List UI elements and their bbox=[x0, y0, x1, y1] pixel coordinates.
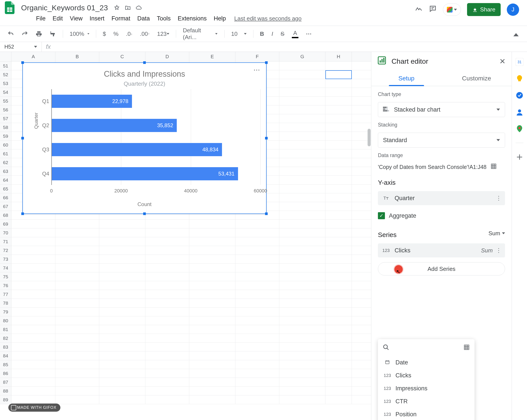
cell[interactable] bbox=[235, 264, 279, 272]
cell[interactable] bbox=[99, 325, 145, 334]
row-header[interactable]: 82 bbox=[0, 334, 11, 343]
sheets-logo[interactable] bbox=[4, 1, 15, 14]
resize-handle[interactable] bbox=[21, 137, 24, 140]
cell[interactable] bbox=[235, 299, 279, 307]
vertical-scrollbar-thumb[interactable] bbox=[368, 129, 371, 146]
cell[interactable] bbox=[55, 228, 99, 237]
cell[interactable] bbox=[189, 378, 235, 387]
cell[interactable] bbox=[279, 105, 325, 114]
cell[interactable] bbox=[99, 316, 145, 325]
share-button[interactable]: Share bbox=[467, 3, 501, 16]
cell[interactable] bbox=[325, 352, 352, 360]
row-header[interactable]: 68 bbox=[0, 211, 11, 220]
cell[interactable] bbox=[11, 352, 55, 360]
menu-data[interactable]: Data bbox=[134, 13, 153, 24]
cell[interactable] bbox=[99, 352, 145, 360]
y-axis-field-chip[interactable]: Tᴛ Quarter ⋮ bbox=[378, 191, 505, 205]
row-header[interactable]: 59 bbox=[0, 132, 11, 140]
cell[interactable] bbox=[55, 281, 99, 290]
cell[interactable] bbox=[325, 158, 352, 167]
cell[interactable] bbox=[189, 246, 235, 254]
cell[interactable] bbox=[145, 264, 189, 272]
cell[interactable] bbox=[325, 237, 352, 246]
cell[interactable] bbox=[189, 360, 235, 369]
cell[interactable] bbox=[279, 325, 325, 334]
last-edit-link[interactable]: Last edit was seconds ago bbox=[234, 15, 301, 22]
resize-handle[interactable] bbox=[265, 137, 268, 140]
cell[interactable] bbox=[99, 343, 145, 351]
cell[interactable] bbox=[55, 264, 99, 272]
cell[interactable] bbox=[235, 343, 279, 351]
cell[interactable] bbox=[11, 281, 55, 290]
cell[interactable] bbox=[279, 88, 325, 96]
cell[interactable] bbox=[55, 237, 99, 246]
row-header[interactable]: 73 bbox=[0, 255, 11, 263]
cell[interactable] bbox=[235, 369, 279, 378]
cell[interactable] bbox=[279, 79, 325, 88]
cell[interactable] bbox=[145, 316, 189, 325]
menu-edit[interactable]: Edit bbox=[50, 13, 66, 24]
cell[interactable] bbox=[99, 246, 145, 254]
doc-title[interactable]: Organic_Keywords 01_23 bbox=[21, 3, 108, 12]
series-field-chip[interactable]: 123 Clicks Sum⋮ bbox=[378, 243, 505, 257]
cell[interactable] bbox=[189, 237, 235, 246]
cell[interactable] bbox=[279, 369, 325, 378]
row-header[interactable]: 56 bbox=[0, 105, 11, 114]
cell[interactable] bbox=[325, 343, 352, 351]
cell[interactable] bbox=[189, 281, 235, 290]
cell[interactable] bbox=[279, 237, 325, 246]
row-header[interactable]: 70 bbox=[0, 228, 11, 237]
cell[interactable] bbox=[11, 334, 55, 343]
cell[interactable] bbox=[325, 88, 352, 96]
chart-bar[interactable]: 35,852 bbox=[52, 119, 177, 132]
cell[interactable] bbox=[99, 395, 145, 404]
cell[interactable] bbox=[55, 255, 99, 263]
chart-object[interactable]: ⋮ Clicks and Impressions Quarterly (2022… bbox=[22, 62, 267, 214]
row-header[interactable]: 52 bbox=[0, 70, 11, 79]
cell[interactable] bbox=[325, 378, 352, 387]
row-header[interactable]: 67 bbox=[0, 202, 11, 211]
cell[interactable] bbox=[235, 272, 279, 281]
row-header[interactable]: 72 bbox=[0, 246, 11, 254]
cell[interactable] bbox=[145, 352, 189, 360]
row-header[interactable]: 66 bbox=[0, 193, 11, 202]
cell[interactable] bbox=[11, 290, 55, 298]
cell[interactable] bbox=[55, 369, 99, 378]
resize-handle[interactable] bbox=[265, 212, 268, 215]
row-header[interactable]: 63 bbox=[0, 167, 11, 176]
cell[interactable] bbox=[279, 97, 325, 105]
contacts-addon-icon[interactable] bbox=[516, 108, 524, 116]
cell[interactable] bbox=[55, 246, 99, 254]
cell[interactable] bbox=[11, 325, 55, 334]
cell[interactable] bbox=[11, 237, 55, 246]
cell[interactable] bbox=[279, 360, 325, 369]
cell[interactable] bbox=[55, 272, 99, 281]
maps-addon-icon[interactable] bbox=[516, 125, 524, 133]
row-header[interactable]: 75 bbox=[0, 272, 11, 281]
cell[interactable] bbox=[279, 290, 325, 298]
cell[interactable] bbox=[325, 360, 352, 369]
row-header[interactable]: 64 bbox=[0, 176, 11, 184]
add-addon-button[interactable] bbox=[516, 153, 524, 161]
chart-bar[interactable]: 48,834 bbox=[52, 143, 222, 156]
cell[interactable] bbox=[145, 308, 189, 316]
chart-bar[interactable]: 53,431 bbox=[52, 167, 238, 180]
resize-handle[interactable] bbox=[21, 61, 24, 64]
cloud-status-icon[interactable] bbox=[136, 5, 142, 11]
row-header[interactable]: 78 bbox=[0, 299, 11, 307]
cell[interactable] bbox=[11, 369, 55, 378]
chart-type-dropdown[interactable]: Stacked bar chart bbox=[378, 102, 505, 117]
star-icon[interactable] bbox=[114, 5, 120, 11]
cell[interactable] bbox=[325, 202, 352, 211]
popup-field-option[interactable]: Date bbox=[378, 356, 474, 369]
cell[interactable] bbox=[189, 255, 235, 263]
cell[interactable] bbox=[279, 158, 325, 167]
cell[interactable] bbox=[279, 123, 325, 132]
data-range-value[interactable]: 'Copy of Dates from Search Console'!A1:J… bbox=[378, 164, 487, 170]
cell[interactable] bbox=[279, 141, 325, 149]
row-header[interactable]: 80 bbox=[0, 316, 11, 325]
row-header[interactable]: 88 bbox=[0, 387, 11, 395]
cell[interactable] bbox=[279, 378, 325, 387]
cell[interactable] bbox=[189, 220, 235, 228]
cell[interactable] bbox=[279, 167, 325, 176]
